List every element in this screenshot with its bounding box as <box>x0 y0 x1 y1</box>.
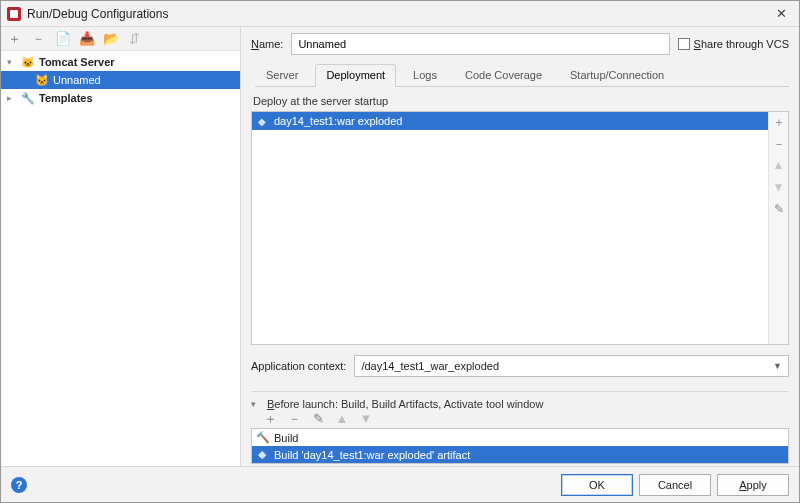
deploy-list-container: ◆ day14_test1:war exploded ＋ － ▲ ▼ ✎ <box>251 111 789 345</box>
save-template-icon[interactable]: 📥 <box>79 32 93 46</box>
help-icon[interactable]: ? <box>11 477 27 493</box>
artifact-icon: ◆ <box>256 448 268 461</box>
before-launch-toolbar: ＋ － ✎ ▲ ▼ <box>263 412 789 426</box>
edit-artifact-icon[interactable]: ✎ <box>770 202 788 220</box>
deploy-side-buttons: ＋ － ▲ ▼ ✎ <box>768 112 788 344</box>
left-pane: ＋ － 📄 📥 📂 ⇵ ▾ 🐱 Tomcat Server 🐱 Unnamed <box>1 27 241 466</box>
share-label: Share through VCS <box>694 38 789 50</box>
tree-node-tomcat-server[interactable]: ▾ 🐱 Tomcat Server <box>1 53 240 71</box>
name-input[interactable] <box>291 33 669 55</box>
app-context-label: Application context: <box>251 360 346 372</box>
app-context-value: /day14_test1_war_exploded <box>361 360 499 372</box>
tab-startup-connection[interactable]: Startup/Connection <box>559 64 675 86</box>
collapse-icon[interactable]: ▾ <box>251 399 261 409</box>
tree-label: Tomcat Server <box>39 56 115 68</box>
config-toolbar: ＋ － 📄 📥 📂 ⇵ <box>1 27 240 51</box>
cancel-button[interactable]: Cancel <box>639 474 711 496</box>
tomcat-icon: 🐱 <box>35 73 49 87</box>
task-down-icon[interactable]: ▼ <box>359 412 373 426</box>
task-build-artifact[interactable]: ◆ Build 'day14_test1:war exploded' artif… <box>252 446 788 463</box>
wrench-icon: 🔧 <box>21 91 35 105</box>
tomcat-icon: 🐱 <box>21 55 35 69</box>
share-through-vcs[interactable]: Share through VCS <box>678 38 789 50</box>
edit-task-icon[interactable]: ✎ <box>311 412 325 426</box>
task-label: Build <box>274 432 298 444</box>
dialog-footer: ? OK Cancel Apply <box>1 466 799 502</box>
remove-task-icon[interactable]: － <box>287 412 301 426</box>
remove-icon[interactable]: － <box>31 32 45 46</box>
run-debug-config-dialog: Run/Debug Configurations ✕ ＋ － 📄 📥 📂 ⇵ ▾… <box>0 0 800 503</box>
apply-button[interactable]: Apply <box>717 474 789 496</box>
task-label: Build 'day14_test1:war exploded' artifac… <box>274 449 470 461</box>
deploy-list[interactable]: ◆ day14_test1:war exploded <box>252 112 768 344</box>
titlebar: Run/Debug Configurations ✕ <box>1 1 799 27</box>
chevron-down-icon: ▼ <box>773 361 782 371</box>
name-row: Name: Share through VCS <box>251 33 789 55</box>
tab-logs[interactable]: Logs <box>402 64 448 86</box>
expand-icon[interactable]: ▸ <box>7 93 17 103</box>
move-up-folder-icon[interactable]: 📂 <box>103 32 117 46</box>
config-tree[interactable]: ▾ 🐱 Tomcat Server 🐱 Unnamed ▸ 🔧 Template… <box>1 51 240 466</box>
artifact-label: day14_test1:war exploded <box>274 115 402 127</box>
tree-label: Templates <box>39 92 93 104</box>
right-pane: Name: Share through VCS Server Deploymen… <box>241 27 799 466</box>
artifact-item[interactable]: ◆ day14_test1:war exploded <box>252 112 768 130</box>
window-title: Run/Debug Configurations <box>27 7 769 21</box>
app-context-combo[interactable]: /day14_test1_war_exploded ▼ <box>354 355 789 377</box>
tab-server[interactable]: Server <box>255 64 309 86</box>
deploy-caption: Deploy at the server startup <box>253 95 789 107</box>
separator <box>251 391 789 392</box>
task-up-icon[interactable]: ▲ <box>335 412 349 426</box>
before-launch-tasks[interactable]: 🔨 Build ◆ Build 'day14_test1:war explode… <box>251 428 789 464</box>
checkbox-icon[interactable] <box>678 38 690 50</box>
add-icon[interactable]: ＋ <box>7 32 21 46</box>
before-launch-label: Before launch: Build, Build Artifacts, A… <box>267 398 543 410</box>
add-task-icon[interactable]: ＋ <box>263 412 277 426</box>
hammer-icon: 🔨 <box>256 431 268 444</box>
app-context-row: Application context: /day14_test1_war_ex… <box>251 355 789 377</box>
tree-node-templates[interactable]: ▸ 🔧 Templates <box>1 89 240 107</box>
name-label: Name: <box>251 38 283 50</box>
deployment-panel: Deploy at the server startup ◆ day14_tes… <box>251 87 789 466</box>
remove-artifact-icon[interactable]: － <box>770 136 788 154</box>
add-artifact-icon[interactable]: ＋ <box>770 114 788 132</box>
move-down-icon[interactable]: ▼ <box>770 180 788 198</box>
app-icon <box>7 7 21 21</box>
close-icon[interactable]: ✕ <box>769 6 793 21</box>
tabs: Server Deployment Logs Code Coverage Sta… <box>255 63 789 87</box>
move-up-icon[interactable]: ▲ <box>770 158 788 176</box>
tree-label: Unnamed <box>53 74 101 86</box>
ok-button[interactable]: OK <box>561 474 633 496</box>
tab-deployment[interactable]: Deployment <box>315 64 396 86</box>
tree-node-unnamed[interactable]: 🐱 Unnamed <box>1 71 240 89</box>
copy-icon[interactable]: 📄 <box>55 32 69 46</box>
sort-icon[interactable]: ⇵ <box>127 32 141 46</box>
before-launch-header[interactable]: ▾ Before launch: Build, Build Artifacts,… <box>251 398 789 410</box>
tab-code-coverage[interactable]: Code Coverage <box>454 64 553 86</box>
expand-icon[interactable]: ▾ <box>7 57 17 67</box>
task-build[interactable]: 🔨 Build <box>252 429 788 446</box>
artifact-icon: ◆ <box>256 115 268 127</box>
dialog-body: ＋ － 📄 📥 📂 ⇵ ▾ 🐱 Tomcat Server 🐱 Unnamed <box>1 27 799 466</box>
